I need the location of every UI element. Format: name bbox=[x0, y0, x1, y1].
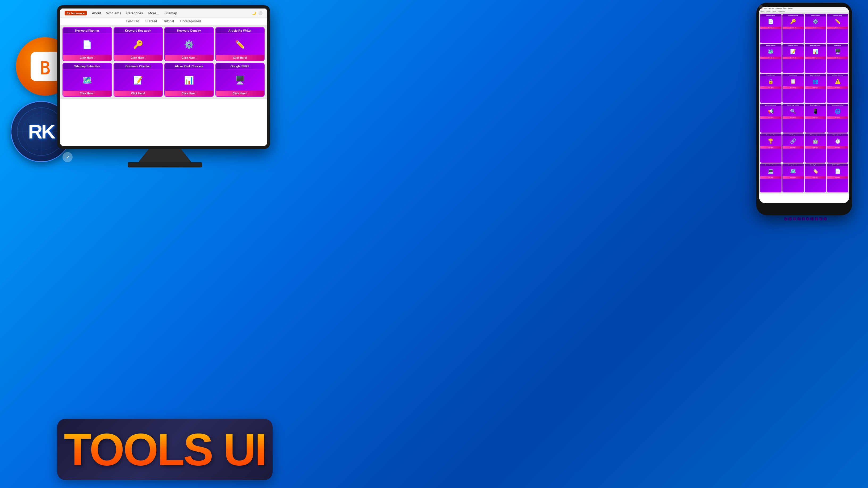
phone-sub-fullread[interactable]: Fullread bbox=[767, 11, 770, 12]
phone-tool-card-7: Google SERP 🖥️ Click Here ! bbox=[827, 44, 848, 73]
phone-tool-btn-18[interactable]: Click Here ! bbox=[805, 146, 826, 149]
tool-card-btn-3[interactable]: Click Here! bbox=[216, 55, 264, 61]
sub-nav-tutorial[interactable]: Tutorial bbox=[163, 20, 174, 23]
phone-tool-btn-9[interactable]: Click Here ! bbox=[783, 86, 804, 89]
phone-tool-header-13: Indexed Page Checker bbox=[783, 104, 804, 106]
tool-card-header-0: Keyword Planner bbox=[63, 28, 112, 34]
monitor-stand bbox=[138, 149, 191, 162]
phone-screen: RK About Who am i Categories More Sitema… bbox=[759, 7, 849, 203]
phone-tool-btn-0[interactable]: Click Here ! bbox=[760, 27, 781, 29]
tool-card-btn-1[interactable]: Click Here ! bbox=[114, 55, 162, 61]
moon-icon[interactable]: 🌙 bbox=[252, 11, 256, 15]
phone-nav-who[interactable]: Who am i bbox=[769, 7, 774, 9]
phone-tool-btn-21[interactable]: Click Here ! bbox=[783, 176, 804, 178]
bottom-btn-0[interactable]: ■ bbox=[784, 218, 787, 220]
phone-tool-btn-23[interactable]: Click Here ! bbox=[827, 176, 848, 178]
tool-icon-2: ⚙️ bbox=[182, 37, 196, 52]
phone-tool-header-2: Keyword Density bbox=[805, 14, 826, 17]
bottom-btn-4[interactable]: ■ bbox=[802, 218, 805, 220]
phone-tool-card-5: Grammer Checker 📝 Click Here ! bbox=[782, 44, 804, 73]
phone-nav: RK About Who am i Categories More Sitema… bbox=[759, 7, 849, 10]
phone-tool-btn-14[interactable]: Click Here ! bbox=[805, 117, 826, 119]
phone-container: RK About Who am i Categories More Sitema… bbox=[756, 3, 855, 221]
phone-tool-header-6: Alexa Rank Checker bbox=[805, 44, 826, 46]
phone-tool-btn-19[interactable]: Click Here ! bbox=[827, 146, 848, 149]
phone-tool-body-2: ⚙️ bbox=[805, 17, 826, 27]
phone-tool-btn-22[interactable]: Click Here ! bbox=[805, 176, 826, 178]
tool-icon-7: 🖥️ bbox=[233, 73, 247, 88]
phone-tool-btn-16[interactable]: Click Here ! bbox=[760, 146, 781, 149]
nav-who-am-i[interactable]: Who am i bbox=[106, 11, 121, 15]
phone-tool-header-7: Google SERP bbox=[827, 44, 848, 46]
phone-nav-more[interactable]: More bbox=[783, 7, 786, 9]
phone-tool-card-12: Disclosure Generator 📢 Click Here ! bbox=[760, 104, 782, 133]
phone-tool-card-0: Keyword Planner 📄 Click Here ! bbox=[760, 14, 782, 43]
nav-about[interactable]: About bbox=[92, 11, 101, 15]
phone-sub-uncategorized[interactable]: Uncategorized bbox=[778, 11, 785, 12]
phone-tool-btn-1[interactable]: Click Here ! bbox=[783, 27, 804, 29]
phone-tool-btn-7[interactable]: Click Here ! bbox=[827, 57, 848, 59]
tool-card-btn-4[interactable]: Click Here ! bbox=[63, 91, 112, 96]
bottom-btn-2[interactable]: ■ bbox=[793, 218, 796, 220]
phone-tool-header-16: Competition Tool bbox=[760, 134, 781, 136]
phone-tool-header-5: Grammer Checker bbox=[783, 44, 804, 46]
phone-tool-btn-8[interactable]: Click Here ! bbox=[760, 86, 781, 89]
phone-camera bbox=[759, 5, 763, 8]
phone-frame: RK About Who am i Categories More Sitema… bbox=[756, 3, 852, 215]
phone-sub-tutorial[interactable]: Tutorial bbox=[772, 11, 776, 12]
phone-tool-header-21: Sitemap Generator bbox=[783, 164, 804, 166]
tool-card-btn-0[interactable]: Click Here ! bbox=[63, 55, 112, 61]
phone-tool-body-10: 👥 bbox=[805, 76, 826, 86]
phone-tool-btn-6[interactable]: Click Here ! bbox=[805, 57, 826, 59]
sub-nav-fullread[interactable]: Fullread bbox=[146, 20, 157, 23]
tool-card-body-2: ⚙️ bbox=[165, 34, 213, 55]
tool-icon-5: 📝 bbox=[131, 73, 146, 88]
phone-nav-about[interactable]: About bbox=[764, 7, 767, 9]
phone-tool-btn-10[interactable]: Click Here ! bbox=[805, 86, 826, 89]
phone-tool-card-11: Disclaimer Generator ⚠️ Click Here ! bbox=[827, 74, 848, 103]
phone-tool-header-19: Website Speed Test bbox=[827, 134, 848, 136]
phone-tool-btn-11[interactable]: Click Here ! bbox=[827, 86, 848, 89]
phone-tool-btn-5[interactable]: Click Here ! bbox=[783, 57, 804, 59]
tool-card-body-1: 🔑 bbox=[114, 34, 162, 55]
tool-card-btn-5[interactable]: Click Here! bbox=[114, 91, 162, 96]
bottom-btn-1[interactable]: ■ bbox=[788, 218, 792, 220]
tool-card-btn-2[interactable]: Click Here ! bbox=[165, 55, 213, 61]
bottom-btn-8[interactable]: ■ bbox=[819, 218, 822, 220]
phone-tool-btn-13[interactable]: Click Here ! bbox=[783, 117, 804, 119]
tool-card-btn-7[interactable]: Click Here ! bbox=[216, 91, 264, 96]
phone-tool-btn-17[interactable]: Click Here ! bbox=[783, 146, 804, 149]
tool-card-btn-6[interactable]: Click Here ! bbox=[165, 91, 213, 96]
bottom-btn-5[interactable]: ■ bbox=[806, 218, 809, 220]
bottom-btn-9[interactable]: ■ bbox=[824, 218, 827, 220]
bottom-btn-3[interactable]: ■ bbox=[797, 218, 801, 220]
phone-tool-body-22: 🏷️ bbox=[805, 166, 826, 176]
nav-more[interactable]: More... bbox=[148, 11, 159, 15]
phone-tool-btn-3[interactable]: Click Here! bbox=[827, 27, 848, 29]
phone-nav-categories[interactable]: Categories bbox=[775, 7, 782, 9]
phone-tool-card-8: Privacy Generator 🔒 Click Here ! bbox=[760, 74, 782, 103]
phone-tool-body-12: 📢 bbox=[760, 106, 781, 117]
sub-nav-featured[interactable]: Featured bbox=[126, 20, 139, 23]
phone-nav-sitemap[interactable]: Sitemap bbox=[788, 7, 793, 9]
phone-tool-btn-2[interactable]: Click Here ! bbox=[805, 27, 826, 29]
bottom-btn-6[interactable]: ■ bbox=[810, 218, 813, 220]
phone-tool-btn-20[interactable]: Click Here ! bbox=[760, 176, 781, 178]
phone-tool-btn-4[interactable]: Click Here ! bbox=[760, 57, 781, 59]
phone-tool-btn-12[interactable]: Click Here ! bbox=[760, 117, 781, 119]
tool-card-3: Article Re-Writer ✏️ Click Here! bbox=[215, 27, 265, 61]
search-icon[interactable]: ⚪ bbox=[258, 11, 262, 15]
phone-tool-body-4: 🗺️ bbox=[760, 46, 781, 57]
tool-icon-4: 🗺️ bbox=[80, 73, 94, 88]
phone-tool-card-13: Indexed Page Checker 🔍 Click Here ! bbox=[782, 104, 804, 133]
nav-categories[interactable]: Categories bbox=[126, 11, 143, 15]
sub-nav-uncategorized[interactable]: Uncategorized bbox=[180, 20, 201, 23]
rk-text: RK bbox=[28, 120, 54, 143]
phone-tool-card-16: Competition Tool 🏆 Click Here ! bbox=[760, 133, 782, 163]
phone-tool-card-21: Sitemap Generator 🗺️ Click Here ! bbox=[782, 163, 804, 193]
nav-sitemap[interactable]: Sitemap bbox=[164, 11, 177, 15]
browser-sub-nav: Featured Fullread Tutorial Uncategorized bbox=[60, 18, 267, 25]
phone-sub-featured[interactable]: Featured bbox=[760, 11, 764, 12]
bottom-btn-7[interactable]: ■ bbox=[815, 218, 818, 220]
phone-tool-btn-15[interactable]: Click Here ! bbox=[827, 117, 848, 119]
